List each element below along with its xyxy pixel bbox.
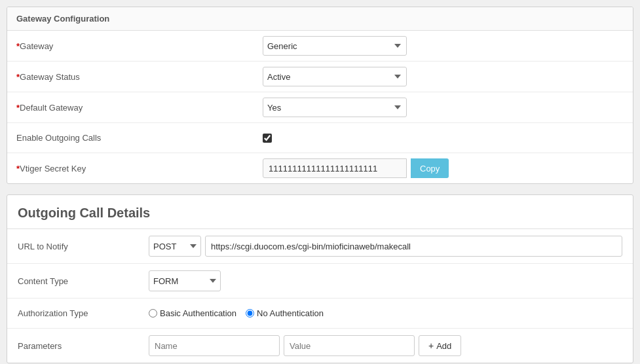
gateway-status-field: Active Inactive	[256, 62, 633, 92]
enable-outgoing-label: Enable Outgoing Calls	[7, 126, 256, 149]
gateway-select[interactable]: Generic	[263, 36, 407, 56]
gateway-status-select[interactable]: Active Inactive	[263, 67, 407, 86]
gateway-status-row: *Gateway Status Active Inactive	[7, 62, 633, 92]
no-auth-label[interactable]: No Authentication	[246, 308, 324, 318]
parameters-field: + Add	[149, 335, 622, 356]
gateway-status-label: *Gateway Status	[7, 65, 256, 88]
basic-auth-text: Basic Authentication	[160, 308, 236, 318]
no-auth-text: No Authentication	[257, 308, 324, 318]
auth-type-label: Authorization Type	[18, 308, 149, 318]
add-parameter-button[interactable]: + Add	[419, 335, 461, 356]
auth-type-row: Authorization Type Basic Authentication …	[7, 299, 633, 329]
param-name-input[interactable]	[149, 335, 280, 356]
enable-outgoing-field	[256, 128, 633, 148]
gateway-field: Generic	[256, 31, 633, 61]
content-type-select[interactable]: FORM JSON	[149, 270, 221, 291]
secret-key-input[interactable]	[263, 158, 407, 178]
enable-outgoing-checkbox[interactable]	[263, 134, 272, 143]
method-select[interactable]: POST GET	[149, 236, 201, 257]
enable-outgoing-row: Enable Outgoing Calls	[7, 123, 633, 153]
default-gateway-field: Yes No	[256, 92, 633, 122]
content-type-row: Content Type FORM JSON	[7, 264, 633, 299]
no-auth-radio[interactable]	[246, 309, 254, 318]
url-notify-field: POST GET	[149, 236, 622, 257]
gateway-config-title: Gateway Configuration	[7, 7, 633, 31]
secret-key-wrapper: Copy	[263, 158, 449, 178]
gateway-config-section: Gateway Configuration *Gateway Generic *…	[7, 7, 633, 184]
basic-auth-radio[interactable]	[149, 309, 157, 318]
url-input[interactable]	[205, 236, 622, 257]
secret-key-label: *Vtiger Secret Key	[7, 157, 256, 180]
content-type-field: FORM JSON	[149, 270, 622, 291]
auth-type-field: Basic Authentication No Authentication	[149, 308, 622, 318]
param-value-input[interactable]	[284, 335, 415, 356]
parameters-row: Parameters + Add	[7, 329, 633, 363]
content-type-label: Content Type	[18, 276, 149, 286]
outgoing-form: URL to Notify POST GET Content Type FORM…	[7, 229, 633, 363]
default-gateway-label: *Default Gateway	[7, 96, 256, 119]
outgoing-call-section: Outgoing Call Details URL to Notify POST…	[7, 194, 633, 363]
basic-auth-label[interactable]: Basic Authentication	[149, 308, 236, 318]
auth-radio-group: Basic Authentication No Authentication	[149, 308, 324, 318]
default-gateway-select[interactable]: Yes No	[263, 98, 407, 117]
gateway-label: *Gateway	[7, 35, 256, 58]
parameters-label: Parameters	[18, 341, 149, 351]
default-gateway-row: *Default Gateway Yes No	[7, 92, 633, 123]
secret-key-row: *Vtiger Secret Key Copy	[7, 153, 633, 183]
plus-icon: +	[428, 340, 434, 351]
url-notify-row: URL to Notify POST GET	[7, 229, 633, 264]
add-label: Add	[436, 341, 451, 351]
gateway-row: *Gateway Generic	[7, 31, 633, 62]
outgoing-call-title: Outgoing Call Details	[7, 195, 633, 229]
secret-key-field: Copy	[256, 153, 633, 183]
copy-button[interactable]: Copy	[411, 158, 449, 178]
url-notify-label: URL to Notify	[18, 242, 149, 251]
